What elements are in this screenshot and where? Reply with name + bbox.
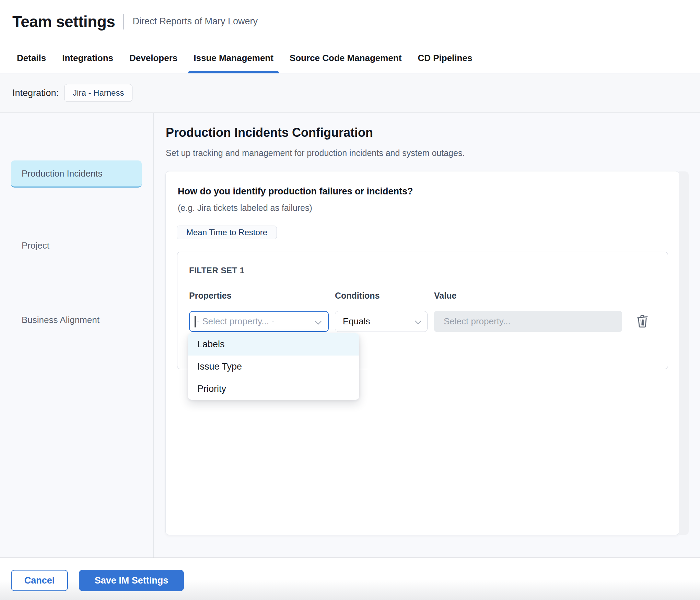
chevron-down-icon [415, 318, 421, 324]
property-dropdown-menu: Labels Issue Type Priority [188, 333, 359, 400]
filter-set-title: FILTER SET 1 [189, 266, 245, 275]
page-header: Team settings Direct Reports of Mary Low… [0, 0, 700, 43]
identify-question: How do you identify production failures … [178, 186, 413, 197]
sidebar-item-production-incidents[interactable]: Production Incidents [11, 160, 142, 188]
save-im-settings-button[interactable]: Save IM Settings [79, 570, 184, 591]
condition-select-value: Equals [343, 316, 370, 327]
properties-column-label: Properties [189, 291, 232, 301]
trash-icon [637, 315, 648, 329]
value-column-label: Value [434, 291, 456, 301]
property-select-placeholder: - Select property... - [197, 316, 275, 327]
delete-filter-button[interactable] [635, 314, 650, 329]
chevron-down-icon [315, 318, 321, 324]
section-description: Set up tracking and management for produ… [166, 148, 465, 158]
tab-cd-pipelines[interactable]: CD Pipelines [418, 43, 472, 73]
content-region: Project Production Incidents Business Al… [0, 113, 700, 557]
metric-chip-mttr[interactable]: Mean Time to Restore [177, 226, 277, 239]
sidebar-item-business-alignment[interactable]: Business Alignment [22, 315, 100, 325]
sidebar-item-project[interactable]: Project [22, 240, 49, 251]
scrollbar-track[interactable] [679, 171, 689, 535]
property-select[interactable]: - Select property... - [189, 311, 329, 332]
conditions-column-label: Conditions [335, 291, 380, 301]
tab-source-code-management[interactable]: Source Code Management [290, 43, 402, 73]
footer-bar: Cancel Save IM Settings [0, 557, 700, 600]
section-title: Production Incidents Configuration [166, 125, 373, 140]
tab-issue-management[interactable]: Issue Management [194, 43, 273, 73]
dropdown-option-issue-type[interactable]: Issue Type [188, 356, 359, 378]
cancel-button[interactable]: Cancel [11, 570, 68, 591]
tab-integrations[interactable]: Integrations [62, 43, 113, 73]
value-input[interactable] [434, 311, 622, 332]
identify-hint: (e.g. Jira tickets labeled as failures) [178, 203, 312, 213]
page-title: Team settings [12, 12, 115, 31]
integration-band: Integration: Jira - Harness [0, 73, 700, 113]
integration-label: Integration: [12, 88, 59, 98]
tab-details[interactable]: Details [17, 43, 46, 73]
dropdown-option-labels[interactable]: Labels [188, 333, 359, 356]
tab-developers[interactable]: Developers [129, 43, 177, 73]
tab-bar: Details Integrations Developers Issue Ma… [0, 43, 700, 73]
title-separator [123, 14, 124, 29]
integration-badge[interactable]: Jira - Harness [64, 84, 132, 102]
team-settings-page: Team settings Direct Reports of Mary Low… [0, 0, 700, 600]
text-cursor [195, 316, 196, 327]
dropdown-option-priority[interactable]: Priority [188, 378, 359, 400]
page-context: Direct Reports of Mary Lowery [132, 16, 258, 27]
condition-select[interactable]: Equals [335, 311, 428, 332]
settings-sidebar: Project Production Incidents Business Al… [0, 113, 154, 557]
